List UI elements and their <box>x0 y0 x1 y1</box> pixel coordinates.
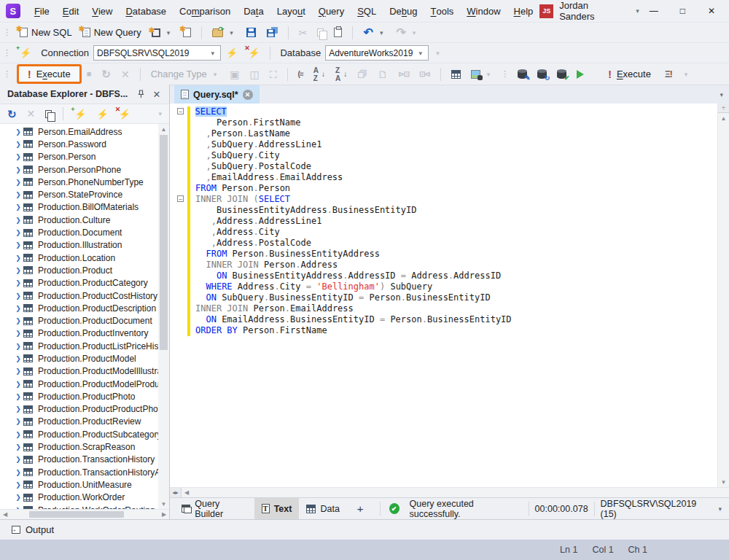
tab-query-builder[interactable]: Query Builder <box>174 498 254 520</box>
code-line[interactable]: –SELECT <box>177 106 717 117</box>
table-item[interactable]: ❯Production.Location <box>0 252 158 264</box>
code-line[interactable]: ,Address.PostalCode <box>177 238 717 249</box>
code-line[interactable]: ON BusinessEntityAddress.AddressID = Add… <box>177 271 717 281</box>
format-button[interactable]: (≡ <box>293 66 308 83</box>
explorer-hscrollbar[interactable]: ◀ ▶ <box>0 509 169 519</box>
chevron-right-icon[interactable]: ❯ <box>13 393 23 400</box>
editor-hscrollbar[interactable]: ◂▸ ◀ <box>170 487 729 497</box>
table-item[interactable]: ❯Production.ProductDescription <box>0 302 158 314</box>
table-item[interactable]: ❯Person.Password <box>0 138 158 150</box>
open-button[interactable]: ▾ <box>207 24 241 42</box>
table-item[interactable]: ❯Production.Document <box>0 226 158 238</box>
results-grid-button[interactable] <box>446 66 466 83</box>
table-item[interactable]: ❯Production.Product <box>0 264 158 276</box>
check-syntax-button[interactable]: 🗇 <box>352 66 373 83</box>
cut-button[interactable]: ✂ <box>294 24 313 42</box>
code-line[interactable]: WHERE Address.City = 'Bellingham') SubQu… <box>177 281 717 292</box>
stop-button[interactable]: ■ <box>82 66 97 83</box>
connect-button[interactable]: ⚡ <box>221 44 243 62</box>
tab-list-caret-icon[interactable]: ▾ <box>720 91 723 98</box>
connection-info[interactable]: DBFSQLSRV\SQL2019 (15) <box>601 499 709 519</box>
table-item[interactable]: ❯Production.WorkOrder <box>0 491 158 504</box>
explorer-vscrollbar[interactable]: ▲ ▼ <box>158 124 169 509</box>
code-line[interactable]: FROM Person.BusinessEntityAddress <box>177 249 717 260</box>
save-all-button[interactable] <box>261 24 283 42</box>
execute-script-button[interactable]: Ξ! <box>660 66 677 83</box>
table-item[interactable]: ❯Person.PersonPhone <box>0 163 158 176</box>
collapse-icon[interactable]: – <box>177 108 184 114</box>
chevron-right-icon[interactable]: ❯ <box>13 241 23 249</box>
chevron-right-icon[interactable]: ❯ <box>13 203 23 211</box>
tab-close-icon[interactable]: ✕ <box>243 90 253 100</box>
menu-comparison[interactable]: Comparison <box>173 0 237 22</box>
menu-debug[interactable]: Debug <box>383 0 424 22</box>
code-line[interactable]: ,SubQuery.City <box>177 150 717 161</box>
scroll-right-icon[interactable]: ▶ <box>159 511 169 518</box>
split-editor-handle[interactable]: ◂▸ <box>170 488 182 497</box>
toolbar-grip-icon[interactable]: ⋮ <box>498 69 512 79</box>
code-line[interactable]: –INNER JOIN (SELECT <box>177 194 717 205</box>
copy-button[interactable] <box>312 24 329 42</box>
scroll-down-icon[interactable]: ▼ <box>718 477 729 487</box>
chevron-right-icon[interactable]: ❯ <box>13 229 23 236</box>
output-tab-label[interactable]: Output <box>26 524 54 535</box>
commit-button[interactable]: ✔ <box>552 66 572 83</box>
scroll-down-icon[interactable]: ▼ <box>158 499 169 509</box>
chevron-right-icon[interactable]: ❯ <box>13 217 23 224</box>
execute-right-button[interactable]: ! Execute <box>599 66 660 83</box>
chevron-right-icon[interactable]: ❯ <box>13 431 23 438</box>
pin-icon[interactable] <box>133 86 149 102</box>
menu-query[interactable]: Query <box>312 0 351 22</box>
cancel-button[interactable]: ✕ <box>116 66 135 83</box>
maximize-button[interactable]: □ <box>668 0 698 22</box>
chevron-right-icon[interactable]: ❯ <box>13 292 23 300</box>
table-item[interactable]: ❯Person.StateProvince <box>0 188 158 201</box>
tab-text[interactable]: T Text <box>254 498 300 520</box>
menu-tools[interactable]: Tools <box>424 0 461 22</box>
chevron-right-icon[interactable]: ❯ <box>13 355 23 362</box>
chevron-right-icon[interactable]: ❯ <box>13 166 23 174</box>
menu-layout[interactable]: Layout <box>270 0 312 22</box>
sql-editor[interactable]: –SELECT Person.FirstName ,Person.LastNam… <box>170 104 729 487</box>
toolbar-overflow-caret-icon[interactable]: ▾ <box>436 50 440 57</box>
fullscreen-button[interactable]: ⛶ <box>265 66 282 83</box>
explorer-refresh-button[interactable]: ↻ <box>3 105 21 122</box>
refresh-button[interactable]: ↻ <box>96 66 116 83</box>
table-item[interactable]: ❯Production.ProductListPriceHistory <box>0 340 158 352</box>
table-item[interactable]: ❯Production.ProductPhoto <box>0 390 158 402</box>
scroll-up-icon[interactable]: ▲ <box>718 113 729 123</box>
layout-button[interactable]: ◫ <box>245 66 265 83</box>
prev-bookmark-button[interactable]: ⊳⊡ <box>393 66 414 83</box>
table-item[interactable]: ❯Production.ProductReview <box>0 416 158 428</box>
scroll-left-icon[interactable]: ◀ <box>182 489 192 496</box>
new-sql-button[interactable]: ✱ New SQL <box>15 24 77 42</box>
code-line[interactable]: Person.FirstName <box>177 117 717 128</box>
chevron-right-icon[interactable]: ❯ <box>13 128 23 136</box>
table-item[interactable]: ❯Production.TransactionHistory <box>0 454 158 466</box>
menu-help[interactable]: Help <box>507 0 540 22</box>
collapse-icon[interactable]: – <box>177 195 184 202</box>
table-item[interactable]: ❯Person.EmailAddress <box>0 125 158 138</box>
table-item[interactable]: ❯Production.ProductCostHistory <box>0 289 158 302</box>
close-button[interactable]: ✕ <box>697 0 726 22</box>
table-item[interactable]: ❯Production.ProductModelIllustration <box>0 365 158 378</box>
chevron-right-icon[interactable]: ❯ <box>13 368 23 375</box>
code-line[interactable]: ,Address.City <box>177 227 717 238</box>
table-item[interactable]: ❯Production.UnitMeasure <box>0 478 158 491</box>
connection-info-caret-icon[interactable]: ▾ <box>718 505 722 513</box>
menu-edit[interactable]: Edit <box>56 0 85 22</box>
table-item[interactable]: ❯Production.ProductSubcategory <box>0 428 158 440</box>
table-item[interactable]: ❯Person.PhoneNumberType <box>0 176 158 188</box>
new-connection-button[interactable]: ⚡+ <box>15 44 36 62</box>
table-item[interactable]: ❯Person.Person <box>0 151 158 163</box>
menu-file[interactable]: File <box>28 0 56 22</box>
table-item[interactable]: ❯Production.ProductInventory <box>0 327 158 340</box>
toolbar-grip-icon[interactable]: ⋮ <box>0 48 15 58</box>
table-item[interactable]: ❯Production.ProductProductPhoto <box>0 403 158 416</box>
table-item[interactable]: ❯Production.WorkOrderRouting <box>0 504 158 509</box>
tab-data[interactable]: Data <box>299 498 346 520</box>
table-item[interactable]: ❯Production.ProductModelProductDescripti… <box>0 378 158 390</box>
chevron-right-icon[interactable]: ❯ <box>13 179 23 186</box>
code-line[interactable]: ,SubQuery.AddressLine1 <box>177 139 717 150</box>
execute-button[interactable]: ! Execute <box>17 64 82 84</box>
